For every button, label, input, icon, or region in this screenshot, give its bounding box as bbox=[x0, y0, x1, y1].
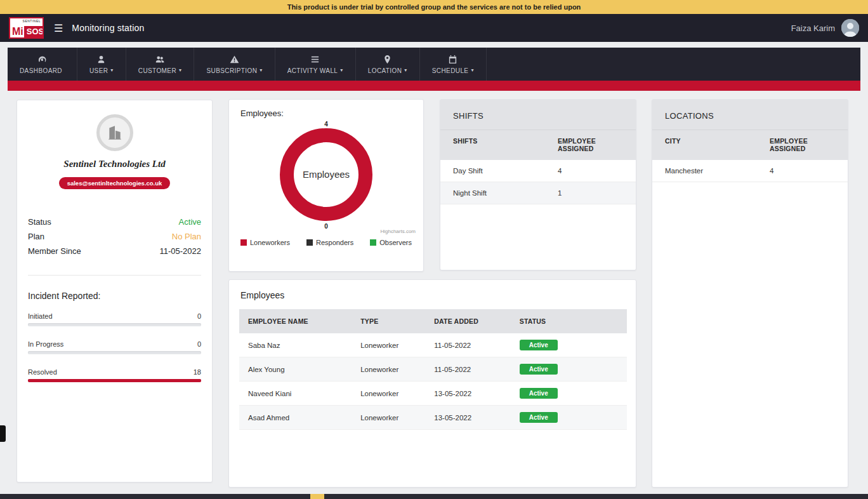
col-status: STATUS bbox=[511, 309, 627, 333]
plan-label: Plan bbox=[28, 232, 44, 241]
status-row: Status Active bbox=[28, 217, 201, 227]
gauge-icon bbox=[37, 55, 47, 64]
legend-swatch-green bbox=[370, 239, 376, 246]
nav-item-subscription[interactable]: SUBSCRIPTION▾ bbox=[194, 48, 275, 81]
app-header: SENTINEL Mi SOS ☰ Monitoring station Fai… bbox=[0, 14, 868, 42]
employees-table-title: Employees bbox=[229, 280, 636, 309]
users-icon bbox=[155, 55, 165, 64]
status-value: Active bbox=[179, 217, 201, 227]
table-row: Day Shift 4 bbox=[440, 160, 636, 182]
user-icon bbox=[96, 55, 106, 64]
locations-header: LOCATIONS CITY EMPLOYEE ASSIGNED bbox=[652, 100, 848, 160]
page-title: Monitoring station bbox=[72, 23, 144, 33]
list-icon bbox=[310, 55, 320, 64]
table-row: Manchester 4 bbox=[652, 160, 848, 182]
status-badge: Active bbox=[520, 412, 558, 423]
table-row: Night Shift 1 bbox=[440, 182, 636, 204]
legend-swatch-red bbox=[240, 239, 247, 246]
nav-label-subscription: SUBSCRIPTION bbox=[206, 67, 257, 74]
table-row: Alex Young Loneworker 11-05-2022 Active bbox=[239, 357, 627, 382]
side-widget-tab[interactable] bbox=[0, 425, 6, 442]
nav-item-schedule[interactable]: SCHEDULE▾ bbox=[420, 48, 487, 81]
progress-bar bbox=[28, 323, 201, 326]
trial-banner: This product is under trial by controlle… bbox=[0, 0, 868, 14]
shift-name: Night Shift bbox=[453, 189, 558, 197]
chart-legend: Loneworkers Responders Observers bbox=[229, 234, 423, 254]
table-header-row: EMPLOYEE NAME TYPE DATE ADDED STATUS bbox=[239, 309, 627, 333]
incident-in-progress-value: 0 bbox=[197, 340, 201, 348]
warning-icon bbox=[230, 55, 239, 64]
legend-label: Observers bbox=[379, 239, 412, 246]
shift-count: 4 bbox=[558, 167, 623, 175]
nav-label-location: LOCATION bbox=[368, 67, 402, 74]
shifts-col-header: EMPLOYEE ASSIGNED bbox=[558, 137, 623, 152]
nav-label-dashboard: DASHBOARD bbox=[20, 67, 62, 74]
locations-col-header: CITY bbox=[665, 137, 770, 152]
company-email-button[interactable]: sales@sentinltechnologies.co.uk bbox=[59, 177, 171, 189]
chevron-down-icon: ▾ bbox=[110, 68, 113, 73]
avatar-silhouette-icon bbox=[841, 19, 859, 37]
col-employee-name: EMPLOYEE NAME bbox=[239, 309, 352, 333]
calendar-icon bbox=[448, 55, 457, 64]
menu-icon[interactable]: ☰ bbox=[54, 22, 63, 34]
employees-donut-chart[interactable]: 4 0 Employees bbox=[234, 118, 418, 231]
legend-item-loneworkers[interactable]: Loneworkers bbox=[240, 239, 290, 246]
legend-item-responders[interactable]: Responders bbox=[306, 239, 353, 246]
company-avatar bbox=[96, 114, 133, 151]
status-badge: Active bbox=[520, 388, 558, 399]
incident-resolved: Resolved 18 bbox=[17, 368, 212, 382]
legend-item-observers[interactable]: Observers bbox=[370, 239, 412, 246]
employee-date: 11-05-2022 bbox=[425, 357, 510, 382]
nav-item-activity-wall[interactable]: ACTIVITY WALL▾ bbox=[275, 48, 356, 81]
company-top: Sentinel Technologies Ltd sales@sentinlt… bbox=[17, 100, 212, 189]
building-icon bbox=[107, 124, 123, 141]
shifts-header: SHIFTS SHIFTS EMPLOYEE ASSIGNED bbox=[440, 100, 636, 160]
shifts-title: SHIFTS bbox=[440, 100, 636, 130]
donut-center-label: Employees bbox=[303, 169, 350, 180]
user-avatar[interactable] bbox=[841, 19, 859, 37]
nav-item-dashboard[interactable]: DASHBOARD bbox=[8, 48, 77, 81]
incident-initiated-label: Initiated bbox=[28, 312, 53, 320]
nav-item-customer[interactable]: CUSTOMER▾ bbox=[126, 48, 195, 81]
donut-top-label: 4 bbox=[324, 121, 328, 128]
table-row: Naveed Kiani Loneworker 13-05-2022 Activ… bbox=[239, 382, 627, 406]
col-date-added: DATE ADDED bbox=[425, 309, 510, 333]
divider bbox=[28, 275, 201, 276]
employees-chart-card: Employees: 4 0 Employees Highcharts.com … bbox=[228, 99, 424, 272]
legend-label: Responders bbox=[316, 239, 353, 246]
legend-label: Loneworkers bbox=[250, 239, 290, 246]
shift-name: Day Shift bbox=[453, 167, 558, 175]
brand-logo-sos: SOS bbox=[24, 26, 44, 37]
employee-name: Alex Young bbox=[239, 357, 352, 382]
brand-logo[interactable]: SENTINEL Mi SOS bbox=[9, 17, 44, 39]
employee-type: Loneworker bbox=[352, 333, 425, 357]
chevron-down-icon: ▾ bbox=[471, 68, 473, 73]
chevron-down-icon: ▾ bbox=[260, 68, 262, 73]
member-since-value: 11-05-2022 bbox=[159, 246, 201, 256]
nav-item-user[interactable]: USER▾ bbox=[77, 48, 126, 81]
plan-row: Plan No Plan bbox=[28, 232, 201, 241]
brand-logo-top-text: SENTINEL bbox=[23, 19, 41, 23]
incident-resolved-label: Resolved bbox=[28, 368, 57, 376]
incident-initiated: Initiated 0 bbox=[17, 312, 212, 326]
table-row: Asad Ahmed Loneworker 13-05-2022 Active bbox=[239, 406, 627, 430]
employee-type: Loneworker bbox=[352, 406, 425, 430]
employee-date: 13-05-2022 bbox=[425, 406, 510, 430]
nav-item-location[interactable]: LOCATION▾ bbox=[356, 48, 420, 81]
bottom-edge-bar bbox=[0, 494, 868, 499]
shifts-col-header: SHIFTS bbox=[453, 137, 558, 152]
employee-date: 11-05-2022 bbox=[425, 333, 510, 357]
chevron-down-icon: ▾ bbox=[179, 68, 181, 73]
progress-bar bbox=[28, 351, 201, 354]
header-user-area: Faiza Karim bbox=[791, 19, 859, 37]
plan-value: No Plan bbox=[172, 232, 201, 241]
company-name: Sentinel Technologies Ltd bbox=[27, 159, 202, 170]
shift-count: 1 bbox=[558, 189, 623, 197]
main-nav: DASHBOARD USER▾ CUSTOMER▾ SUBSCRIPTION▾ … bbox=[8, 48, 860, 81]
status-label: Status bbox=[28, 217, 51, 227]
incident-in-progress: In Progress 0 bbox=[17, 340, 212, 354]
employee-date: 13-05-2022 bbox=[425, 382, 510, 406]
employee-name: Naveed Kiani bbox=[239, 382, 352, 406]
status-badge: Active bbox=[520, 340, 558, 350]
employee-name: Saba Naz bbox=[239, 333, 352, 357]
